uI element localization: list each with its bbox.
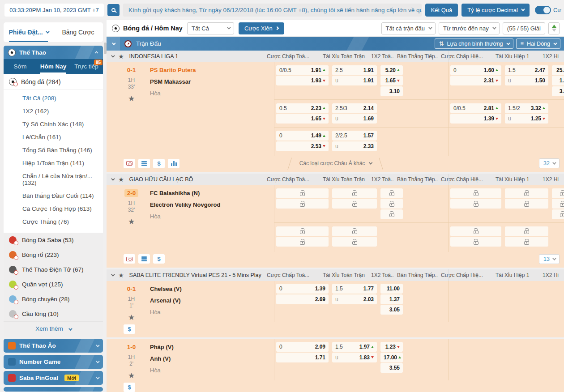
odds-cell[interactable]: 2/2.51.57 — [332, 131, 377, 141]
mix-parlay-button[interactable]: Cược Xiên — [239, 22, 284, 34]
two-line-view-dropdown[interactable]: ≡ Hai Dòng — [516, 38, 560, 49]
section-pingoal[interactable]: Saba PinGoalMới — [4, 371, 103, 385]
sidebar-item-saba-soccer[interactable]: Bóng Đá Saba (53) — [4, 233, 103, 247]
odds-cell[interactable]: 11.00 — [380, 284, 403, 294]
odds-cell[interactable]: 3.10 — [380, 86, 403, 96]
sidebar-item-volleyball[interactable]: Bóng chuyền (28) — [4, 292, 103, 307]
sidebar-item-tennis[interactable]: Quần vợt (125) — [4, 277, 103, 292]
tab-bet-slip[interactable]: Phiếu Đặt... — [4, 22, 53, 42]
sidebar-market-item[interactable]: Chẵn / Lẻ của Nửa trận/... (132) — [4, 170, 103, 189]
odds-cell[interactable]: 1.5/23.32 — [505, 103, 548, 113]
odds-cell[interactable]: 2.5/32.14 — [332, 103, 377, 113]
section-virtual-sports[interactable]: Thể Thao Ảo — [4, 339, 103, 353]
list-button[interactable] — [138, 159, 150, 168]
tab-bet-board[interactable]: Bảng Cược — [53, 22, 103, 42]
section-number-game[interactable]: Number Game — [4, 355, 103, 369]
market-count-dropdown[interactable]: 32 — [539, 158, 560, 168]
sidebar-item-basketball[interactable]: Bóng rổ (223) — [4, 247, 103, 262]
favorite-star[interactable]: ★ — [119, 217, 144, 226]
favorite-star[interactable]: ★ — [119, 94, 144, 103]
odds-cell[interactable]: 3.95 — [552, 86, 564, 96]
list-button[interactable] — [138, 254, 150, 264]
odds-cell[interactable]: 1.65 — [276, 114, 329, 124]
league-collapse-button[interactable] — [107, 178, 118, 181]
dollar-button[interactable]: $ — [124, 324, 135, 334]
sidebar-market-item[interactable]: Tổng Số Bàn Thắng (146) — [4, 144, 103, 157]
odds-cell[interactable]: u2.03 — [332, 294, 377, 304]
sidebar-item-esports[interactable]: Thể Thao Điện Tử (67) — [4, 262, 103, 277]
league-favorite-star[interactable]: ★ — [118, 272, 129, 279]
market-count-dropdown[interactable]: 13 — [539, 254, 560, 264]
dollar-button[interactable]: $ — [153, 159, 165, 168]
sidebar-market-item[interactable]: 1X2 (162) — [4, 105, 103, 118]
chart-button[interactable] — [168, 159, 179, 168]
odds-cell[interactable]: u2.33 — [332, 141, 377, 151]
league-collapse-button[interactable] — [107, 55, 118, 58]
sidebar-market-item[interactable]: Bàn thắng Đầu/ Cuối (114) — [4, 189, 103, 202]
sidebar-item-soccer[interactable]: Bóng đá (284) — [4, 74, 103, 90]
league-collapse-button[interactable] — [107, 274, 118, 277]
odds-cell[interactable]: 02.09 — [276, 342, 329, 352]
odds-cell[interactable]: 1.52.47 — [505, 65, 548, 75]
favorite-star[interactable]: ★ — [119, 313, 144, 322]
collapse-all-button[interactable] — [107, 37, 120, 51]
sidebar-item-badminton[interactable]: Cầu lông (10) — [4, 307, 103, 321]
match-filter-dropdown[interactable]: Tất cả trận đấu — [381, 22, 436, 34]
odds-cell[interactable]: 3.05 — [380, 305, 403, 315]
filter-all-dropdown[interactable]: Tất Cả — [187, 22, 234, 34]
odds-cell[interactable]: 5.20 — [380, 65, 403, 75]
time-filter-dropdown[interactable]: Từ trước đến nay — [439, 22, 500, 34]
odds-cell[interactable]: 1.51.97 — [332, 342, 377, 352]
favorite-star[interactable]: ★ — [119, 371, 144, 380]
sort-button[interactable] — [548, 22, 560, 34]
odds-cell[interactable]: u1.50 — [505, 76, 548, 85]
dollar-button[interactable]: $ — [153, 254, 165, 264]
search-button[interactable] — [107, 4, 120, 16]
dollar-button[interactable]: $ — [124, 383, 135, 392]
sidebar-market-item[interactable]: Lẻ/Chẵn (161) — [4, 131, 103, 144]
odds-cell[interactable]: 01.39 — [276, 284, 329, 294]
stadium-button[interactable] — [124, 254, 135, 264]
results-button[interactable]: Kết Quả — [425, 4, 458, 17]
announcement-marquee[interactable]: Kính gửi quý khách hàng, Từ ngày 06/12/2… — [123, 4, 422, 17]
sidebar-market-item[interactable]: Tỷ Số Chính Xác (148) — [4, 118, 103, 131]
odds-cell[interactable]: 1.23 — [380, 342, 403, 352]
odds-cell[interactable]: 1.51.77 — [332, 284, 377, 294]
normal-select-dropdown[interactable]: ⇅ Lựa chọn bình thường — [435, 38, 513, 49]
odds-cell[interactable]: 0.52.23 — [276, 103, 329, 113]
odds-cell[interactable]: 17.00 — [380, 353, 403, 362]
odds-cell[interactable]: u1.69 — [332, 114, 377, 124]
odds-cell[interactable]: 1.65 — [380, 76, 403, 85]
more-asian-bets-button[interactable]: Các loại cược Châu Á khác — [288, 159, 383, 167]
show-more-link[interactable]: Xem thêm — [4, 321, 103, 337]
odds-cell[interactable]: 2.69 — [276, 294, 329, 304]
tab-today[interactable]: Hôm Nay — [37, 59, 70, 74]
stadium-button[interactable] — [124, 159, 135, 168]
league-count-box[interactable]: (55 / 55) Giải — [503, 22, 545, 34]
sidebar-market-item[interactable]: Hiệp 1/Toàn Trận (141) — [4, 157, 103, 170]
odds-cell[interactable]: 01.60 — [450, 65, 501, 75]
odds-cell[interactable]: 2.53 — [276, 141, 329, 151]
odds-cell[interactable]: 1.39 — [450, 114, 501, 124]
odds-cell[interactable]: u1.91 — [332, 76, 377, 85]
odds-cell[interactable]: u1.25 — [505, 114, 548, 124]
odds-cell[interactable]: 0/0.52.81 — [450, 103, 501, 113]
sports-section-header[interactable]: Thể Thao — [4, 46, 103, 59]
odds-cell[interactable]: 1.93 — [276, 76, 329, 85]
odds-cell[interactable]: 1.37 — [380, 294, 403, 304]
league-favorite-star[interactable]: ★ — [118, 176, 129, 183]
sidebar-market-item[interactable]: Cược Thắng (76) — [4, 215, 103, 228]
sidebar-market-item[interactable]: Cá Cược Tổng Hợp (613) — [4, 202, 103, 215]
odds-cell[interactable]: u1.83 — [332, 353, 377, 362]
odds-cell[interactable]: 0/0.51.91 — [276, 65, 329, 75]
odds-cell[interactable]: 3.55 — [380, 363, 403, 373]
odds-toggle[interactable] — [535, 6, 551, 14]
odds-type-dropdown[interactable]: Tỷ lệ cược Decimal — [461, 4, 530, 17]
league-favorite-star[interactable]: ★ — [118, 53, 129, 60]
tab-early[interactable]: Sớm — [4, 59, 37, 74]
odds-cell[interactable]: 2.31 — [450, 76, 501, 85]
odds-cell[interactable]: 2.51.91 — [332, 65, 377, 75]
sidebar-market-item[interactable]: Tất Cả (208) — [4, 92, 103, 105]
odds-cell[interactable]: 25.00 — [552, 65, 564, 75]
odds-cell[interactable]: 1.71 — [276, 353, 329, 362]
